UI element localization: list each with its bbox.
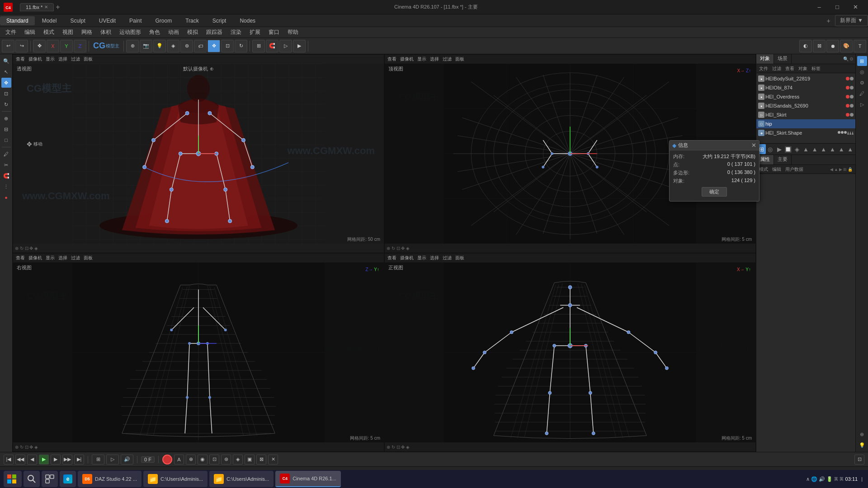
vp3-menu-select[interactable]: 选择 (57, 255, 68, 261)
tl-goto-start[interactable]: |◀ (4, 455, 14, 465)
vp3-menu-panel[interactable]: 面板 (83, 255, 94, 261)
toolbar-axis-x[interactable]: X (47, 40, 59, 52)
tab-paint[interactable]: Paint (123, 16, 148, 25)
filter-tab-file[interactable]: 文件 (757, 66, 770, 72)
tab-groom[interactable]: Groom (149, 16, 178, 25)
tray-arrow[interactable]: ∧ (806, 476, 810, 482)
maximize-button[interactable]: □ (828, 0, 846, 14)
menu-mesh[interactable]: 网格 (78, 28, 96, 37)
toolbar-texture[interactable]: ⊠ (813, 40, 826, 52)
vp3-menu-display[interactable]: 显示 (45, 255, 56, 261)
obj-obi[interactable]: ● HEIObi_874 (756, 83, 855, 92)
tl-opt2[interactable]: ◉ (198, 455, 208, 465)
start-button[interactable] (4, 471, 22, 487)
tab-scene[interactable]: 场景 (774, 54, 792, 64)
vp4-menu-view[interactable]: 查看 (387, 255, 397, 261)
left-paint[interactable]: 🖊 (1, 149, 11, 159)
workspace-add-icon[interactable]: + (823, 17, 834, 24)
tab-uvedit[interactable]: UVEdit (93, 16, 122, 25)
menu-mograph[interactable]: 运动图形 (116, 28, 145, 37)
tab-close-icon[interactable]: ✕ (44, 5, 48, 9)
menu-render[interactable]: 渲染 (227, 28, 245, 37)
far-icon-bottom1[interactable]: ⊕ (857, 429, 867, 439)
toolbar-redo[interactable]: ↪ (15, 40, 28, 52)
toolbar-undo[interactable]: ↩ (2, 40, 14, 52)
prop-icon-b6[interactable]: ▲ (846, 144, 854, 154)
tab-main[interactable]: 主要 (774, 155, 792, 164)
toolbar-axis-y[interactable]: Y (60, 40, 73, 52)
vp4-menu-panel[interactable]: 面板 (454, 255, 465, 261)
tl-expand-btn[interactable]: ⊡ (854, 455, 864, 465)
filter-tab-tag[interactable]: 标签 (810, 66, 822, 72)
toolbar-camera[interactable]: 📷 (140, 40, 152, 52)
taskbar-explorer2[interactable]: 📁 C:\Users\Adminis... (209, 471, 274, 487)
toolbar-tag[interactable]: 🏷 (194, 40, 207, 52)
left-select[interactable]: 🔍 (1, 56, 11, 66)
toolbar-move[interactable]: ✥ (208, 40, 220, 52)
menu-char[interactable]: 角色 (146, 28, 164, 37)
left-scale[interactable]: ⊡ (1, 89, 11, 99)
tl-auto-key[interactable]: A (174, 455, 184, 465)
tab-standard[interactable]: Standard (0, 16, 35, 25)
vp2-menu-panel[interactable]: 面板 (454, 56, 465, 62)
vp2-menu-display[interactable]: 显示 (416, 56, 427, 62)
toolbar-scale[interactable]: ⊡ (221, 40, 234, 52)
prop-icon-scene[interactable]: ◎ (766, 144, 775, 154)
vp1-menu-filter[interactable]: 过滤 (70, 56, 81, 62)
toolbar-deformer[interactable]: ◈ (167, 40, 179, 52)
prop-icon-b4[interactable]: ▲ (828, 144, 837, 154)
menu-edit[interactable]: 编辑 (21, 28, 39, 37)
toolbar-light[interactable]: 💡 (153, 40, 166, 52)
taskbar-explorer1[interactable]: 📁 C:\Users\Adminis... (143, 471, 208, 487)
prop-icon-anim[interactable]: ▶ (775, 144, 783, 154)
toolbar-render[interactable]: ▶ (293, 40, 306, 52)
vp1-menu-select[interactable]: 选择 (57, 56, 68, 62)
info-ok-button[interactable]: 确定 (702, 187, 727, 197)
tab-add-button[interactable]: + (54, 3, 61, 11)
toolbar-grid[interactable]: ⊞ (252, 40, 265, 52)
obj-bodysuite[interactable]: ● HEIBodySuit_22819 (756, 74, 855, 83)
prop-icon-b1[interactable]: ▲ (802, 144, 810, 154)
left-color[interactable]: ● (1, 192, 11, 202)
tab-model[interactable]: Model (36, 16, 63, 25)
obj-skirt-shape[interactable]: ◈ HEI_Skirt.Shape (756, 128, 855, 137)
toolbar-live-select[interactable]: ✥ (33, 40, 46, 52)
taskbar-daz[interactable]: D5 DAZ Studio 4.22 ... (78, 471, 142, 487)
left-magnet[interactable]: 🧲 (1, 171, 11, 181)
tl-play-mode[interactable]: ▷ (106, 455, 119, 465)
tl-prev-frame[interactable]: ◀ (27, 455, 37, 465)
tl-next-key[interactable]: ▶▶ (62, 455, 72, 465)
filter-tab-obj[interactable]: 对象 (797, 66, 809, 72)
tl-current-frame[interactable]: 0 F (141, 456, 155, 463)
left-knife[interactable]: ✂ (1, 160, 11, 170)
menu-track[interactable]: 跟踪器 (203, 28, 226, 37)
filter-tab-view[interactable]: 查看 (783, 66, 796, 72)
left-points[interactable]: ⊕ (1, 113, 11, 123)
menu-window[interactable]: 窗口 (265, 28, 283, 37)
vp4-menu-display[interactable]: 显示 (416, 255, 427, 261)
far-icon-brush[interactable]: 🖊 (857, 89, 867, 99)
prop-icon-b3[interactable]: ▲ (819, 144, 828, 154)
viewport-front[interactable]: 查看 摄像机 显示 选择 过滤 面板 正视图 X→ Y↑ CG模型主 www.C… (384, 253, 756, 452)
toolbar-axis-z[interactable]: Z (74, 40, 86, 52)
toolbar-snap[interactable]: 🧲 (266, 40, 278, 52)
left-rotate[interactable]: ↻ (1, 99, 11, 109)
menu-anim[interactable]: 动画 (165, 28, 183, 37)
tl-goto-end[interactable]: ▶| (74, 455, 84, 465)
sub-tab-edit[interactable]: 编辑 (770, 166, 783, 173)
menu-extend[interactable]: 扩展 (246, 28, 264, 37)
menu-sim[interactable]: 模拟 (184, 28, 202, 37)
info-close-button[interactable]: ✕ (751, 142, 756, 149)
vp2-menu-filter[interactable]: 过滤 (442, 56, 453, 62)
vp4-menu-select[interactable]: 选择 (429, 255, 440, 261)
vp2-menu-select[interactable]: 选择 (429, 56, 440, 62)
new-workspace-button[interactable]: 新界面 ▼ (835, 15, 868, 26)
tl-opt7[interactable]: ⊠ (256, 455, 266, 465)
taskbar-search[interactable] (24, 471, 40, 487)
vp2-menu-view[interactable]: 查看 (387, 56, 397, 62)
sub-tab-userdata[interactable]: 用户数据 (783, 166, 805, 173)
taskbar-edge[interactable]: e (60, 471, 76, 487)
vp3-menu-camera[interactable]: 摄像机 (28, 255, 43, 261)
obj-skirt[interactable]: ▷ HEI_Skirt (756, 110, 855, 119)
toolbar-palette[interactable]: 🎨 (840, 40, 853, 52)
